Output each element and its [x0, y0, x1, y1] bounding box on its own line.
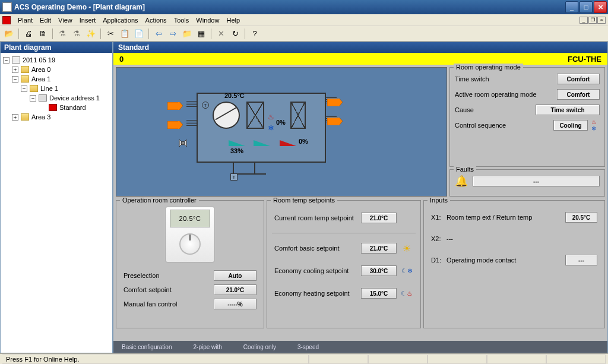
tree-standard[interactable]: Standard [3, 103, 110, 112]
device-address: 0 [119, 55, 124, 64]
print-button[interactable]: 🖨 [22, 27, 35, 40]
tree-panel: Plant diagram −2011 05 19 +Area 0 −Area … [0, 42, 113, 353]
floor-sensor-icon: T [230, 173, 238, 181]
cool-ramp-icon [229, 140, 245, 146]
menu-applications[interactable]: Applications [99, 15, 141, 25]
exhaust-arrow2-icon [327, 118, 343, 125]
moon-snow-icon: ☾❄ [400, 267, 413, 275]
tree-area3[interactable]: +Area 3 [3, 112, 110, 122]
preselection-button[interactable]: Auto [214, 270, 256, 281]
menu-window[interactable]: Window [192, 15, 223, 25]
tree-root[interactable]: −2011 05 19 [3, 55, 110, 65]
menu-tools[interactable]: Tools [170, 15, 193, 25]
menu-edit[interactable]: Edit [36, 15, 55, 25]
comfort-basic-button[interactable]: 21.0°C [361, 243, 397, 254]
d1-value: --- [565, 255, 597, 265]
comfort-setpoint-button[interactable]: 21.0°C [214, 284, 256, 295]
tree-area0[interactable]: +Area 0 [3, 65, 110, 74]
sun-icon: ☀ [400, 243, 413, 254]
mdi-close-button[interactable]: × [597, 17, 606, 24]
menu-actions[interactable]: Actions [142, 15, 170, 25]
flame-small-icon: ♨ [591, 119, 597, 125]
cut-button[interactable]: ✂ [104, 27, 117, 40]
heating-coil-icon [290, 102, 306, 129]
status-bar: Press F1 for Online Help. [0, 353, 608, 364]
config-footer: Basic configuration 2-pipe with Cooling … [113, 341, 607, 353]
menu-help[interactable]: Help [223, 15, 243, 25]
manual-fan-button[interactable]: -----% [214, 299, 256, 309]
title-bar: ACS Operating Demo - [Plant diagram] _ □… [0, 0, 608, 14]
menu-plant[interactable]: Plant [14, 15, 36, 25]
svg-marker-1 [167, 121, 183, 129]
delete-button[interactable]: ✕ [214, 27, 227, 40]
active-mode-value: Comfort [557, 89, 600, 100]
thermostat-display: 20.5°C [170, 210, 210, 227]
menu-view[interactable]: View [55, 15, 76, 25]
refresh-button[interactable]: ↻ [229, 27, 242, 40]
control-seq-value: Cooling [553, 120, 588, 131]
plant-diagram: 20.5°C T ♨ ❄ 0% 33% 0% [116, 67, 447, 197]
time-switch-button[interactable]: Comfort [557, 74, 600, 84]
device-status-bar: 0 FCU-THE [113, 53, 607, 65]
operation-controller-group: Operation room controller 20.5°C Presele… [116, 200, 264, 328]
svg-marker-0 [167, 102, 183, 110]
ahu-unit: 20.5°C T ♨ ❄ 0% 33% 0% [197, 93, 326, 163]
menu-insert[interactable]: Insert [76, 15, 100, 25]
faults-title: Faults [454, 166, 476, 173]
mdi-restore-button[interactable]: ❐ [588, 17, 597, 24]
status-hint: Press F1 for Online Help. [2, 354, 309, 364]
print-preview-button[interactable]: 🗎 [36, 27, 49, 40]
room-mode-group: Room operating mode Time switchComfort A… [449, 67, 605, 167]
svg-marker-2 [327, 99, 343, 106]
tree-device1[interactable]: −Device address 1 [3, 93, 110, 103]
paste-button[interactable]: 📄 [132, 27, 145, 40]
back-button[interactable]: ⇦ [152, 27, 165, 40]
eco-cool-button[interactable]: 30.0°C [361, 265, 397, 276]
wand-button[interactable]: ✨ [84, 27, 97, 40]
bell-icon: 🔔 [455, 175, 468, 188]
tree-header: Plant diagram [1, 42, 112, 53]
svg-point-5 [181, 141, 185, 145]
x1-value: 20.5°C [565, 212, 597, 223]
toolbar: 📂 🖨 🗎 ⚗ ⚗ ✨ ✂ 📋 📄 ⇦ ⇨ 📁 ▦ ✕ ↻ ? [0, 26, 608, 42]
heat-pct-value: 0% [299, 138, 308, 145]
menu-bar: Plant Edit View Insert Applications Acti… [0, 14, 608, 26]
help-button[interactable]: ? [248, 27, 261, 40]
faults-group: Faults 🔔--- [449, 169, 605, 197]
close-button[interactable]: ✕ [594, 1, 607, 13]
open-button[interactable]: 📂 [2, 27, 15, 40]
current-setpoint-value: 21.0°C [361, 213, 397, 223]
cooling-coil-icon [246, 102, 264, 129]
grid-button[interactable]: ▦ [195, 27, 208, 40]
device-type: FCU-THE [568, 55, 601, 64]
svg-marker-3 [327, 118, 343, 125]
thermostat-icon: 20.5°C [165, 207, 215, 262]
snowflake-icon: ❄ [268, 124, 274, 132]
cause-value: Time switch [536, 105, 600, 115]
setpoints-group: Room temp setpoints Current room temp se… [267, 200, 421, 328]
supply-arrow-icon [167, 102, 183, 110]
faults-value: --- [473, 176, 600, 186]
tree-line1[interactable]: −Line 1 [3, 84, 110, 93]
mdi-minimize-button[interactable]: _ [580, 17, 588, 24]
tree-area1[interactable]: −Area 1 [3, 74, 110, 84]
copy-button[interactable]: 📋 [118, 27, 131, 40]
moon-flame-icon: ☾♨ [400, 290, 413, 297]
supply-temp-value: 20.5°C [224, 92, 245, 99]
maximize-button[interactable]: □ [580, 1, 593, 13]
exhaust-arrow-icon [327, 99, 343, 106]
filter2-button[interactable]: ⚗ [70, 27, 83, 40]
up-button[interactable]: 📁 [180, 27, 194, 40]
thermostat-dial [179, 233, 201, 255]
fan-pct-value: 33% [230, 147, 243, 154]
app-icon [2, 2, 12, 12]
cool-ramp2-icon [254, 140, 270, 146]
flame-icon: ♨ [268, 113, 274, 121]
eco-heat-button[interactable]: 15.0°C [361, 288, 397, 299]
fan-icon [213, 102, 240, 129]
content-panel: Standard 0 FCU-THE 20.5°C T [113, 42, 608, 353]
filter1-button[interactable]: ⚗ [56, 27, 69, 40]
cool-pct-value: 0% [276, 119, 286, 126]
minimize-button[interactable]: _ [565, 1, 578, 13]
forward-button[interactable]: ⇨ [166, 27, 179, 40]
